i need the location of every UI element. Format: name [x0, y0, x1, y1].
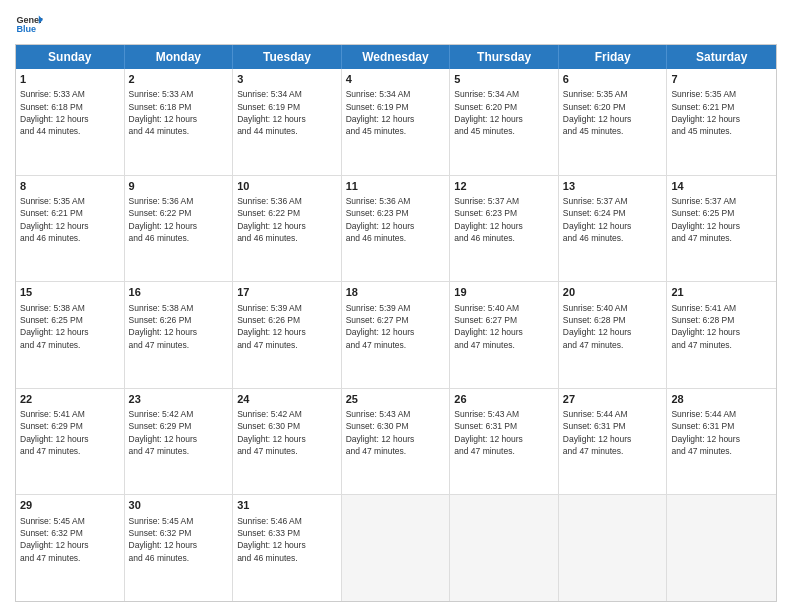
weekday-header: Monday — [125, 45, 234, 69]
cell-info: Sunrise: 5:45 AMSunset: 6:32 PMDaylight:… — [129, 515, 229, 564]
cell-info: Sunrise: 5:36 AMSunset: 6:23 PMDaylight:… — [346, 195, 446, 244]
calendar-cell: 25Sunrise: 5:43 AMSunset: 6:30 PMDayligh… — [342, 389, 451, 495]
calendar-row: 8Sunrise: 5:35 AMSunset: 6:21 PMDaylight… — [16, 175, 776, 282]
cell-info: Sunrise: 5:40 AMSunset: 6:27 PMDaylight:… — [454, 302, 554, 351]
cell-info: Sunrise: 5:33 AMSunset: 6:18 PMDaylight:… — [20, 88, 120, 137]
day-number: 27 — [563, 392, 663, 407]
day-number: 24 — [237, 392, 337, 407]
calendar-cell — [667, 495, 776, 601]
calendar-cell: 30Sunrise: 5:45 AMSunset: 6:32 PMDayligh… — [125, 495, 234, 601]
calendar-cell: 24Sunrise: 5:42 AMSunset: 6:30 PMDayligh… — [233, 389, 342, 495]
calendar-row: 22Sunrise: 5:41 AMSunset: 6:29 PMDayligh… — [16, 388, 776, 495]
calendar-cell: 26Sunrise: 5:43 AMSunset: 6:31 PMDayligh… — [450, 389, 559, 495]
day-number: 11 — [346, 179, 446, 194]
day-number: 13 — [563, 179, 663, 194]
cell-info: Sunrise: 5:35 AMSunset: 6:21 PMDaylight:… — [671, 88, 772, 137]
cell-info: Sunrise: 5:34 AMSunset: 6:19 PMDaylight:… — [346, 88, 446, 137]
day-number: 14 — [671, 179, 772, 194]
day-number: 25 — [346, 392, 446, 407]
day-number: 19 — [454, 285, 554, 300]
weekday-header: Wednesday — [342, 45, 451, 69]
calendar-cell: 11Sunrise: 5:36 AMSunset: 6:23 PMDayligh… — [342, 176, 451, 282]
day-number: 8 — [20, 179, 120, 194]
day-number: 29 — [20, 498, 120, 513]
day-number: 17 — [237, 285, 337, 300]
cell-info: Sunrise: 5:41 AMSunset: 6:29 PMDaylight:… — [20, 408, 120, 457]
weekday-header: Sunday — [16, 45, 125, 69]
calendar-cell: 28Sunrise: 5:44 AMSunset: 6:31 PMDayligh… — [667, 389, 776, 495]
cell-info: Sunrise: 5:45 AMSunset: 6:32 PMDaylight:… — [20, 515, 120, 564]
calendar-cell: 3Sunrise: 5:34 AMSunset: 6:19 PMDaylight… — [233, 69, 342, 175]
day-number: 22 — [20, 392, 120, 407]
day-number: 9 — [129, 179, 229, 194]
calendar-cell: 19Sunrise: 5:40 AMSunset: 6:27 PMDayligh… — [450, 282, 559, 388]
calendar-cell: 31Sunrise: 5:46 AMSunset: 6:33 PMDayligh… — [233, 495, 342, 601]
cell-info: Sunrise: 5:37 AMSunset: 6:24 PMDaylight:… — [563, 195, 663, 244]
day-number: 26 — [454, 392, 554, 407]
day-number: 6 — [563, 72, 663, 87]
cell-info: Sunrise: 5:39 AMSunset: 6:26 PMDaylight:… — [237, 302, 337, 351]
day-number: 21 — [671, 285, 772, 300]
cell-info: Sunrise: 5:35 AMSunset: 6:20 PMDaylight:… — [563, 88, 663, 137]
calendar-cell: 1Sunrise: 5:33 AMSunset: 6:18 PMDaylight… — [16, 69, 125, 175]
calendar-cell: 20Sunrise: 5:40 AMSunset: 6:28 PMDayligh… — [559, 282, 668, 388]
calendar-cell: 18Sunrise: 5:39 AMSunset: 6:27 PMDayligh… — [342, 282, 451, 388]
cell-info: Sunrise: 5:43 AMSunset: 6:31 PMDaylight:… — [454, 408, 554, 457]
cell-info: Sunrise: 5:46 AMSunset: 6:33 PMDaylight:… — [237, 515, 337, 564]
calendar-cell: 10Sunrise: 5:36 AMSunset: 6:22 PMDayligh… — [233, 176, 342, 282]
day-number: 5 — [454, 72, 554, 87]
calendar-row: 15Sunrise: 5:38 AMSunset: 6:25 PMDayligh… — [16, 281, 776, 388]
calendar-cell: 17Sunrise: 5:39 AMSunset: 6:26 PMDayligh… — [233, 282, 342, 388]
calendar-cell: 21Sunrise: 5:41 AMSunset: 6:28 PMDayligh… — [667, 282, 776, 388]
day-number: 12 — [454, 179, 554, 194]
calendar-body: 1Sunrise: 5:33 AMSunset: 6:18 PMDaylight… — [16, 69, 776, 601]
calendar-cell: 29Sunrise: 5:45 AMSunset: 6:32 PMDayligh… — [16, 495, 125, 601]
calendar-cell: 2Sunrise: 5:33 AMSunset: 6:18 PMDaylight… — [125, 69, 234, 175]
weekday-header: Saturday — [667, 45, 776, 69]
cell-info: Sunrise: 5:43 AMSunset: 6:30 PMDaylight:… — [346, 408, 446, 457]
day-number: 1 — [20, 72, 120, 87]
weekday-header: Friday — [559, 45, 668, 69]
calendar-cell: 27Sunrise: 5:44 AMSunset: 6:31 PMDayligh… — [559, 389, 668, 495]
calendar-cell: 15Sunrise: 5:38 AMSunset: 6:25 PMDayligh… — [16, 282, 125, 388]
calendar-cell: 4Sunrise: 5:34 AMSunset: 6:19 PMDaylight… — [342, 69, 451, 175]
cell-info: Sunrise: 5:41 AMSunset: 6:28 PMDaylight:… — [671, 302, 772, 351]
cell-info: Sunrise: 5:37 AMSunset: 6:23 PMDaylight:… — [454, 195, 554, 244]
weekday-header: Thursday — [450, 45, 559, 69]
day-number: 7 — [671, 72, 772, 87]
calendar-header: SundayMondayTuesdayWednesdayThursdayFrid… — [16, 45, 776, 69]
calendar-cell — [342, 495, 451, 601]
day-number: 15 — [20, 285, 120, 300]
logo: General Blue — [15, 10, 43, 38]
calendar-cell: 16Sunrise: 5:38 AMSunset: 6:26 PMDayligh… — [125, 282, 234, 388]
calendar-cell: 13Sunrise: 5:37 AMSunset: 6:24 PMDayligh… — [559, 176, 668, 282]
cell-info: Sunrise: 5:35 AMSunset: 6:21 PMDaylight:… — [20, 195, 120, 244]
svg-text:Blue: Blue — [16, 24, 36, 34]
cell-info: Sunrise: 5:36 AMSunset: 6:22 PMDaylight:… — [129, 195, 229, 244]
day-number: 31 — [237, 498, 337, 513]
cell-info: Sunrise: 5:44 AMSunset: 6:31 PMDaylight:… — [671, 408, 772, 457]
day-number: 2 — [129, 72, 229, 87]
cell-info: Sunrise: 5:37 AMSunset: 6:25 PMDaylight:… — [671, 195, 772, 244]
day-number: 28 — [671, 392, 772, 407]
calendar-cell: 6Sunrise: 5:35 AMSunset: 6:20 PMDaylight… — [559, 69, 668, 175]
calendar-cell — [450, 495, 559, 601]
calendar-cell: 23Sunrise: 5:42 AMSunset: 6:29 PMDayligh… — [125, 389, 234, 495]
cell-info: Sunrise: 5:42 AMSunset: 6:29 PMDaylight:… — [129, 408, 229, 457]
cell-info: Sunrise: 5:40 AMSunset: 6:28 PMDaylight:… — [563, 302, 663, 351]
calendar-cell: 22Sunrise: 5:41 AMSunset: 6:29 PMDayligh… — [16, 389, 125, 495]
day-number: 20 — [563, 285, 663, 300]
logo-icon: General Blue — [15, 10, 43, 38]
calendar-row: 29Sunrise: 5:45 AMSunset: 6:32 PMDayligh… — [16, 494, 776, 601]
day-number: 10 — [237, 179, 337, 194]
cell-info: Sunrise: 5:34 AMSunset: 6:20 PMDaylight:… — [454, 88, 554, 137]
cell-info: Sunrise: 5:44 AMSunset: 6:31 PMDaylight:… — [563, 408, 663, 457]
calendar-cell: 14Sunrise: 5:37 AMSunset: 6:25 PMDayligh… — [667, 176, 776, 282]
day-number: 16 — [129, 285, 229, 300]
cell-info: Sunrise: 5:34 AMSunset: 6:19 PMDaylight:… — [237, 88, 337, 137]
cell-info: Sunrise: 5:36 AMSunset: 6:22 PMDaylight:… — [237, 195, 337, 244]
calendar-cell: 5Sunrise: 5:34 AMSunset: 6:20 PMDaylight… — [450, 69, 559, 175]
calendar-cell — [559, 495, 668, 601]
day-number: 23 — [129, 392, 229, 407]
calendar: SundayMondayTuesdayWednesdayThursdayFrid… — [15, 44, 777, 602]
